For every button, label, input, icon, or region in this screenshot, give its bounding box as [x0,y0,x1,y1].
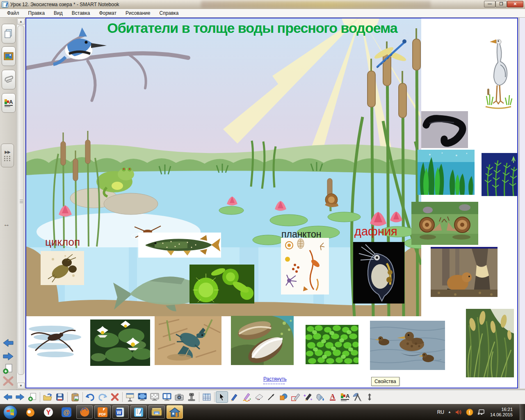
daphnia-photo[interactable] [353,242,404,304]
fill-tool-button[interactable] [314,391,326,403]
dual-page-display-button[interactable] [161,391,173,403]
cyclops-label[interactable]: циклоп [45,236,80,249]
crayfish-photo[interactable] [155,316,221,365]
paperclip-icon [4,75,14,84]
maximize-button[interactable]: ❐ [495,1,507,7]
seaweed-photo[interactable] [418,150,475,195]
screen-capture-button[interactable] [173,391,185,403]
screen-shade-button[interactable] [124,391,136,403]
tab-properties[interactable]: A [2,93,16,113]
network-icon[interactable] [477,409,485,415]
close-button[interactable]: ✕ [507,1,523,7]
menu-insert[interactable]: Вставка [67,9,95,17]
shape-recognition-pen-button[interactable] [290,391,302,403]
daphnia-label[interactable]: дафния [354,225,397,238]
snails-photo[interactable] [411,202,478,245]
text-tool-button[interactable]: A [326,391,339,403]
taskbar-firefox[interactable] [76,405,93,419]
scroll-down-icon[interactable]: ▼ [17,383,25,389]
menu-edit[interactable]: Правка [24,9,50,17]
taskbar-gom-player[interactable] [22,405,39,419]
taskbar-yandex[interactable]: Y [40,405,57,419]
tab-gallery[interactable] [2,46,16,66]
sidebar-collapse-button[interactable]: ▶▶ [1,144,14,167]
notebook-page[interactable]: Обитатели в толще воды пресного водоема [25,18,518,388]
save-button[interactable] [54,391,66,403]
pike-photo[interactable] [138,233,221,258]
taskbar-file-manager[interactable] [148,405,165,419]
language-indicator[interactable]: RU [437,409,444,415]
scroll-up-icon[interactable]: ▲ [17,18,25,25]
green-bacteria-photo[interactable] [189,265,254,304]
full-screen-button[interactable] [136,391,148,403]
leech-photo[interactable] [421,111,468,148]
transparent-background-button[interactable] [148,391,161,403]
beaver-photo[interactable] [431,247,498,297]
pen-tool-button[interactable] [228,391,240,403]
horizontal-resize-icon[interactable]: ↔ [3,221,10,228]
tab-page-sorter[interactable] [2,24,16,43]
mussels-drawing[interactable] [231,316,294,365]
select-tool-button[interactable] [216,391,228,403]
open-file-button[interactable] [41,391,54,403]
sidebar-scrollbar[interactable]: ▲ ▼ [16,18,25,390]
delete-button[interactable] [109,391,121,403]
menu-format[interactable]: Формат [94,9,121,17]
duckweed-photo[interactable] [306,325,358,364]
toolbar-move-button[interactable] [363,391,376,403]
new-page-icon [28,393,37,402]
alert-icon[interactable]: ! [466,409,473,416]
shapes-tool-button[interactable] [277,391,290,403]
heron-drawing[interactable] [484,36,514,110]
smart-notebook-icon [133,407,144,418]
eraser-tool-button[interactable] [253,391,265,403]
reeds-photo[interactable] [466,309,514,377]
line-tool-button[interactable] [265,391,277,403]
water-lilies-photo[interactable] [90,320,150,366]
yandex-icon: Y [43,407,54,418]
menu-draw[interactable]: Рисование [121,9,155,17]
next-page-toolbar-button[interactable] [14,391,26,403]
menu-file[interactable]: Файл [2,9,24,17]
elodea-photo[interactable] [482,153,518,196]
water-strider-drawing[interactable] [27,317,82,362]
minimize-button[interactable]: — [484,1,495,7]
volume-icon[interactable] [455,409,462,415]
show-desktop-button[interactable] [520,404,525,420]
taskbar-smart-notebook[interactable] [130,405,147,419]
canvas-vertical-scrollbar[interactable] [519,18,525,388]
plankton-label[interactable]: планктон [281,229,321,240]
measurement-tools-button[interactable] [351,391,363,403]
start-button[interactable] [3,405,17,419]
home-icon [169,407,180,418]
next-page-button[interactable] [2,351,14,362]
previous-page-button[interactable] [2,338,14,348]
taskbar-word[interactable]: W [112,405,129,419]
delete-page-button[interactable] [2,376,14,386]
add-page-button[interactable] [2,363,14,374]
menu-help[interactable]: Справка [155,9,183,17]
taskbar-smart-tools-home[interactable] [167,405,183,419]
title-bar[interactable]: Урок 12. Экосистема озера * - SMART Note… [0,0,525,9]
add-page-toolbar-button[interactable] [26,391,39,403]
paste-button[interactable] [69,391,81,403]
cyclops-photo[interactable] [41,251,84,285]
taskbar-pdf-reader[interactable]: PDF [94,405,111,419]
document-camera-button[interactable] [185,391,198,403]
menu-view[interactable]: Вид [49,9,67,17]
redo-button[interactable] [96,391,109,403]
taskbar-clock[interactable]: 16:21 14.06.2015 [490,407,513,418]
plankton-drawing[interactable] [281,238,329,294]
taskbar-mail-ru[interactable]: @ [58,405,75,419]
stretch-link[interactable]: Растянуть [263,376,287,382]
magic-pen-button[interactable] [302,391,314,403]
tab-attachments[interactable] [2,70,16,89]
creative-pen-button[interactable] [240,391,253,403]
table-button[interactable] [201,391,213,403]
ducks-photo[interactable] [370,321,445,370]
previous-page-toolbar-button[interactable] [2,391,14,403]
scrollbar-thumb[interactable] [18,25,24,375]
undo-button[interactable] [84,391,96,403]
properties-tool-button[interactable]: A [339,391,351,403]
hidden-icons-chevron[interactable]: ▲ [448,410,451,414]
